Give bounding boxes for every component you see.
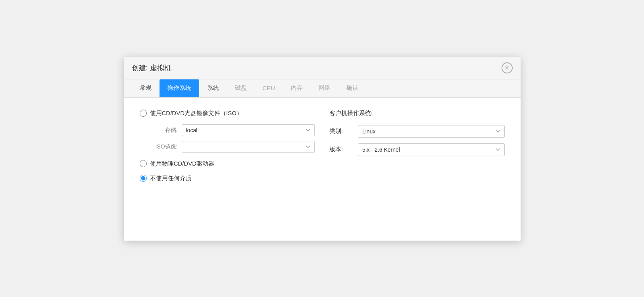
dialog-title: 创建: 虚拟机 <box>132 63 171 73</box>
option-physical-radio[interactable] <box>140 160 147 167</box>
iso-label: ISO镜像: <box>150 143 178 150</box>
left-panel: 使用CD/DVD光盘镜像文件（ISO） 存储: local ISO镜像: <box>140 110 315 189</box>
version-label: 版本: <box>329 146 353 153</box>
category-field-row: 类别: Linux Windows Other <box>329 125 505 138</box>
guest-os-title: 客户机操作系统: <box>329 110 505 117</box>
category-label: 类别: <box>329 127 353 135</box>
version-select[interactable]: 5.x - 2.6 Kernel 6.x - 3.x Kernel 4.x - … <box>358 143 505 156</box>
dialog-body: 使用CD/DVD光盘镜像文件（ISO） 存储: local ISO镜像: <box>124 98 521 241</box>
option-iso-row: 使用CD/DVD光盘镜像文件（ISO） <box>140 110 315 117</box>
category-select[interactable]: Linux Windows Other <box>358 125 505 138</box>
version-field-row: 版本: 5.x - 2.6 Kernel 6.x - 3.x Kernel 4.… <box>329 143 505 156</box>
storage-select[interactable]: local <box>182 124 315 136</box>
option-iso-radio[interactable] <box>140 110 147 117</box>
dialog-header: 创建: 虚拟机 ✕ <box>124 57 521 79</box>
close-icon: ✕ <box>504 65 509 71</box>
iso-sub-options: 存储: local ISO镜像: <box>150 124 315 153</box>
tab-disk[interactable]: 磁盘 <box>227 79 255 97</box>
option-physical-text: 使用物理CD/DVD驱动器 <box>150 160 215 168</box>
option-none-label[interactable]: 不使用任何介质 <box>140 175 192 182</box>
tab-bar: 常规 操作系统 系统 磁盘 CPU 内存 网络 确认 <box>124 79 521 98</box>
tab-general[interactable]: 常规 <box>132 79 160 97</box>
tab-memory[interactable]: 内存 <box>283 79 311 97</box>
option-physical-row: 使用物理CD/DVD驱动器 <box>140 160 315 168</box>
option-iso-text: 使用CD/DVD光盘镜像文件（ISO） <box>150 110 242 117</box>
tab-os[interactable]: 操作系统 <box>160 79 199 97</box>
option-none-row: 不使用任何介质 <box>140 175 315 182</box>
tab-system[interactable]: 系统 <box>199 79 227 97</box>
option-iso-label[interactable]: 使用CD/DVD光盘镜像文件（ISO） <box>140 110 242 117</box>
right-panel: 客户机操作系统: 类别: Linux Windows Other 版本: 5.x… <box>329 110 505 162</box>
create-vm-dialog: 创建: 虚拟机 ✕ 常规 操作系统 系统 磁盘 CPU 内存 网络 确认 使用C… <box>124 57 521 241</box>
option-none-radio[interactable] <box>140 175 147 182</box>
storage-field-row: 存储: local <box>150 124 315 136</box>
tab-network[interactable]: 网络 <box>311 79 338 97</box>
iso-field-row: ISO镜像: <box>150 141 315 153</box>
iso-select[interactable] <box>182 141 315 153</box>
tab-confirm[interactable]: 确认 <box>338 79 366 97</box>
option-physical-label[interactable]: 使用物理CD/DVD驱动器 <box>140 160 215 168</box>
close-button[interactable]: ✕ <box>502 62 513 73</box>
storage-label: 存储: <box>150 127 178 134</box>
tab-cpu[interactable]: CPU <box>255 80 283 97</box>
option-none-text: 不使用任何介质 <box>150 175 192 182</box>
